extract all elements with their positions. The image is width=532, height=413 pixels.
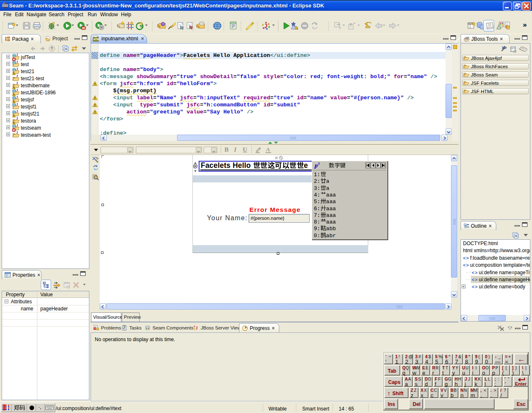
svg-text:J: J	[196, 326, 198, 330]
svg-text:A: A	[266, 146, 270, 152]
svg-text:HTM: HTM	[94, 38, 99, 41]
